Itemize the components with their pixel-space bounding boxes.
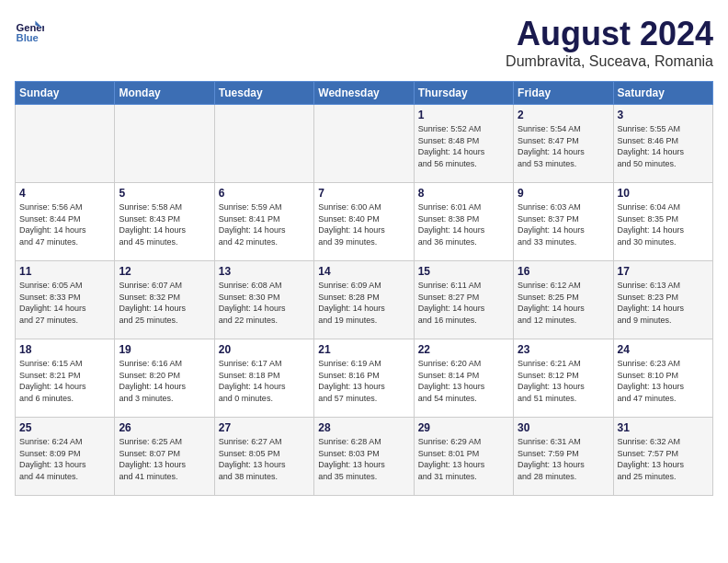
calendar-cell bbox=[115, 105, 214, 183]
logo: General Blue bbox=[15, 15, 44, 44]
calendar-cell: 22Sunrise: 6:20 AM Sunset: 8:14 PM Dayli… bbox=[414, 339, 513, 418]
week-row-3: 11Sunrise: 6:05 AM Sunset: 8:33 PM Dayli… bbox=[16, 261, 713, 339]
day-info: Sunrise: 6:23 AM Sunset: 8:10 PM Dayligh… bbox=[618, 358, 709, 404]
day-number: 2 bbox=[518, 109, 609, 121]
day-info: Sunrise: 6:16 AM Sunset: 8:20 PM Dayligh… bbox=[119, 358, 210, 404]
day-info: Sunrise: 6:25 AM Sunset: 8:07 PM Dayligh… bbox=[119, 436, 210, 482]
day-number: 31 bbox=[618, 421, 709, 434]
day-info: Sunrise: 6:27 AM Sunset: 8:05 PM Dayligh… bbox=[219, 436, 310, 482]
calendar-cell: 3Sunrise: 5:55 AM Sunset: 8:46 PM Daylig… bbox=[613, 105, 712, 183]
day-number: 24 bbox=[618, 343, 709, 356]
calendar-cell: 16Sunrise: 6:12 AM Sunset: 8:25 PM Dayli… bbox=[514, 261, 613, 339]
calendar-cell: 29Sunrise: 6:29 AM Sunset: 8:01 PM Dayli… bbox=[414, 418, 513, 496]
calendar-cell: 21Sunrise: 6:19 AM Sunset: 8:16 PM Dayli… bbox=[314, 339, 414, 418]
weekday-header-thursday: Thursday bbox=[414, 82, 513, 105]
week-row-4: 18Sunrise: 6:15 AM Sunset: 8:21 PM Dayli… bbox=[16, 339, 713, 418]
week-row-1: 1Sunrise: 5:52 AM Sunset: 8:48 PM Daylig… bbox=[16, 105, 713, 183]
calendar-cell: 8Sunrise: 6:01 AM Sunset: 8:38 PM Daylig… bbox=[414, 183, 513, 261]
calendar-cell: 15Sunrise: 6:11 AM Sunset: 8:27 PM Dayli… bbox=[414, 261, 513, 339]
day-number: 14 bbox=[318, 265, 409, 278]
day-info: Sunrise: 6:11 AM Sunset: 8:27 PM Dayligh… bbox=[418, 280, 509, 326]
weekday-header-friday: Friday bbox=[514, 82, 613, 105]
calendar-cell: 28Sunrise: 6:28 AM Sunset: 8:03 PM Dayli… bbox=[314, 418, 414, 496]
calendar-cell: 19Sunrise: 6:16 AM Sunset: 8:20 PM Dayli… bbox=[115, 339, 214, 418]
day-number: 16 bbox=[518, 265, 609, 278]
calendar-subtitle: Dumbravita, Suceava, Romania bbox=[506, 53, 713, 70]
calendar-cell: 9Sunrise: 6:03 AM Sunset: 8:37 PM Daylig… bbox=[514, 183, 613, 261]
calendar-cell: 23Sunrise: 6:21 AM Sunset: 8:12 PM Dayli… bbox=[514, 339, 613, 418]
calendar-cell: 10Sunrise: 6:04 AM Sunset: 8:35 PM Dayli… bbox=[613, 183, 712, 261]
calendar-title: August 2024 bbox=[506, 15, 713, 53]
day-info: Sunrise: 6:21 AM Sunset: 8:12 PM Dayligh… bbox=[518, 358, 609, 404]
calendar-cell: 14Sunrise: 6:09 AM Sunset: 8:28 PM Dayli… bbox=[314, 261, 414, 339]
page-header: General Blue August 2024 Dumbravita, Suc… bbox=[15, 15, 713, 70]
day-info: Sunrise: 6:08 AM Sunset: 8:30 PM Dayligh… bbox=[219, 280, 310, 326]
calendar-cell: 24Sunrise: 6:23 AM Sunset: 8:10 PM Dayli… bbox=[613, 339, 712, 418]
calendar-table: SundayMondayTuesdayWednesdayThursdayFrid… bbox=[15, 81, 713, 496]
day-number: 19 bbox=[119, 343, 210, 356]
day-info: Sunrise: 6:29 AM Sunset: 8:01 PM Dayligh… bbox=[418, 436, 509, 482]
day-number: 15 bbox=[418, 265, 509, 278]
day-number: 26 bbox=[119, 421, 210, 434]
day-info: Sunrise: 6:04 AM Sunset: 8:35 PM Dayligh… bbox=[618, 201, 709, 247]
day-number: 4 bbox=[19, 187, 110, 200]
week-row-2: 4Sunrise: 5:56 AM Sunset: 8:44 PM Daylig… bbox=[16, 183, 713, 261]
weekday-header-monday: Monday bbox=[115, 82, 214, 105]
day-number: 9 bbox=[518, 187, 609, 200]
svg-text:Blue: Blue bbox=[17, 32, 39, 43]
day-info: Sunrise: 6:01 AM Sunset: 8:38 PM Dayligh… bbox=[418, 201, 509, 247]
day-number: 11 bbox=[19, 265, 110, 278]
calendar-cell: 4Sunrise: 5:56 AM Sunset: 8:44 PM Daylig… bbox=[16, 183, 115, 261]
day-number: 30 bbox=[518, 421, 609, 434]
weekday-header-saturday: Saturday bbox=[613, 82, 712, 105]
calendar-cell: 26Sunrise: 6:25 AM Sunset: 8:07 PM Dayli… bbox=[115, 418, 214, 496]
day-number: 1 bbox=[418, 109, 509, 121]
weekday-header-tuesday: Tuesday bbox=[214, 82, 313, 105]
calendar-cell: 11Sunrise: 6:05 AM Sunset: 8:33 PM Dayli… bbox=[16, 261, 115, 339]
day-number: 3 bbox=[618, 109, 709, 121]
calendar-cell: 25Sunrise: 6:24 AM Sunset: 8:09 PM Dayli… bbox=[16, 418, 115, 496]
day-info: Sunrise: 6:12 AM Sunset: 8:25 PM Dayligh… bbox=[518, 280, 609, 326]
calendar-cell bbox=[314, 105, 414, 183]
day-info: Sunrise: 5:58 AM Sunset: 8:43 PM Dayligh… bbox=[119, 201, 210, 247]
day-info: Sunrise: 6:31 AM Sunset: 7:59 PM Dayligh… bbox=[518, 436, 609, 482]
day-info: Sunrise: 6:24 AM Sunset: 8:09 PM Dayligh… bbox=[19, 436, 110, 482]
day-info: Sunrise: 6:09 AM Sunset: 8:28 PM Dayligh… bbox=[318, 280, 409, 326]
day-number: 17 bbox=[618, 265, 709, 278]
title-block: August 2024 Dumbravita, Suceava, Romania bbox=[506, 15, 713, 70]
day-number: 25 bbox=[19, 421, 110, 434]
calendar-cell: 7Sunrise: 6:00 AM Sunset: 8:40 PM Daylig… bbox=[314, 183, 414, 261]
calendar-cell: 1Sunrise: 5:52 AM Sunset: 8:48 PM Daylig… bbox=[414, 105, 513, 183]
day-number: 13 bbox=[219, 265, 310, 278]
day-number: 12 bbox=[119, 265, 210, 278]
day-number: 22 bbox=[418, 343, 509, 356]
day-number: 28 bbox=[318, 421, 409, 434]
calendar-cell bbox=[214, 105, 313, 183]
day-info: Sunrise: 5:54 AM Sunset: 8:47 PM Dayligh… bbox=[518, 123, 609, 169]
day-info: Sunrise: 6:20 AM Sunset: 8:14 PM Dayligh… bbox=[418, 358, 509, 404]
calendar-cell bbox=[16, 105, 115, 183]
day-number: 21 bbox=[318, 343, 409, 356]
day-info: Sunrise: 6:17 AM Sunset: 8:18 PM Dayligh… bbox=[219, 358, 310, 404]
calendar-cell: 2Sunrise: 5:54 AM Sunset: 8:47 PM Daylig… bbox=[514, 105, 613, 183]
day-info: Sunrise: 5:59 AM Sunset: 8:41 PM Dayligh… bbox=[219, 201, 310, 247]
day-info: Sunrise: 6:07 AM Sunset: 8:32 PM Dayligh… bbox=[119, 280, 210, 326]
calendar-cell: 31Sunrise: 6:32 AM Sunset: 7:57 PM Dayli… bbox=[613, 418, 712, 496]
calendar-cell: 30Sunrise: 6:31 AM Sunset: 7:59 PM Dayli… bbox=[514, 418, 613, 496]
calendar-cell: 6Sunrise: 5:59 AM Sunset: 8:41 PM Daylig… bbox=[214, 183, 313, 261]
calendar-cell: 17Sunrise: 6:13 AM Sunset: 8:23 PM Dayli… bbox=[613, 261, 712, 339]
day-number: 18 bbox=[19, 343, 110, 356]
week-row-5: 25Sunrise: 6:24 AM Sunset: 8:09 PM Dayli… bbox=[16, 418, 713, 496]
weekday-header-wednesday: Wednesday bbox=[314, 82, 414, 105]
weekday-header-row: SundayMondayTuesdayWednesdayThursdayFrid… bbox=[16, 82, 713, 105]
calendar-cell: 13Sunrise: 6:08 AM Sunset: 8:30 PM Dayli… bbox=[214, 261, 313, 339]
day-info: Sunrise: 6:19 AM Sunset: 8:16 PM Dayligh… bbox=[318, 358, 409, 404]
calendar-cell: 12Sunrise: 6:07 AM Sunset: 8:32 PM Dayli… bbox=[115, 261, 214, 339]
day-info: Sunrise: 6:00 AM Sunset: 8:40 PM Dayligh… bbox=[318, 201, 409, 247]
weekday-header-sunday: Sunday bbox=[16, 82, 115, 105]
day-info: Sunrise: 6:05 AM Sunset: 8:33 PM Dayligh… bbox=[19, 280, 110, 326]
day-info: Sunrise: 6:28 AM Sunset: 8:03 PM Dayligh… bbox=[318, 436, 409, 482]
day-number: 10 bbox=[618, 187, 709, 200]
calendar-cell: 20Sunrise: 6:17 AM Sunset: 8:18 PM Dayli… bbox=[214, 339, 313, 418]
day-info: Sunrise: 6:15 AM Sunset: 8:21 PM Dayligh… bbox=[19, 358, 110, 404]
